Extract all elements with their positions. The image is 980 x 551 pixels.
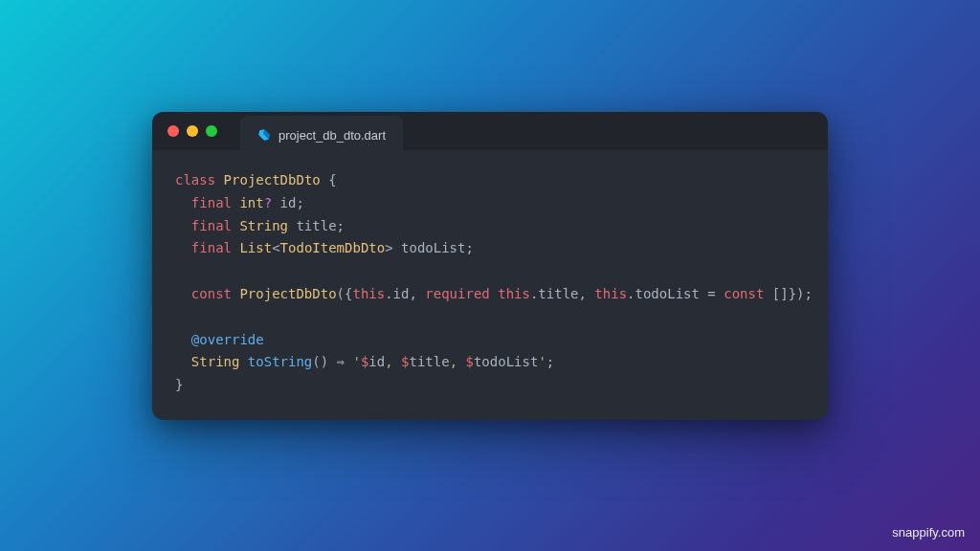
close-icon[interactable] [167,125,179,137]
tab-filename: project_db_dto.dart [278,128,386,143]
minimize-icon[interactable] [187,125,198,137]
code-line: } [175,374,805,397]
window-titlebar: project_db_dto.dart [152,112,828,150]
code-window: project_db_dto.dart class ProjectDbDto {… [152,112,828,420]
code-blank-line [175,306,805,329]
file-tab[interactable]: project_db_dto.dart [240,116,403,154]
code-line: String toString() ⇒ '$id, $title, $todoL… [175,351,805,374]
code-line: @override [175,329,805,352]
dart-file-icon [257,128,271,142]
traffic-lights [167,125,217,137]
code-blank-line [175,260,805,283]
code-line: final int? id; [175,192,805,215]
maximize-icon[interactable] [206,125,217,137]
code-line: class ProjectDbDto { [175,169,805,192]
code-line: const ProjectDbDto({this.id, required th… [175,283,805,306]
code-line: final List<TodoItemDbDto> todoList; [175,237,805,260]
code-line: final String title; [175,215,805,238]
watermark-text: snappify.com [892,525,965,540]
code-editor[interactable]: class ProjectDbDto { final int? id; fina… [152,150,828,420]
